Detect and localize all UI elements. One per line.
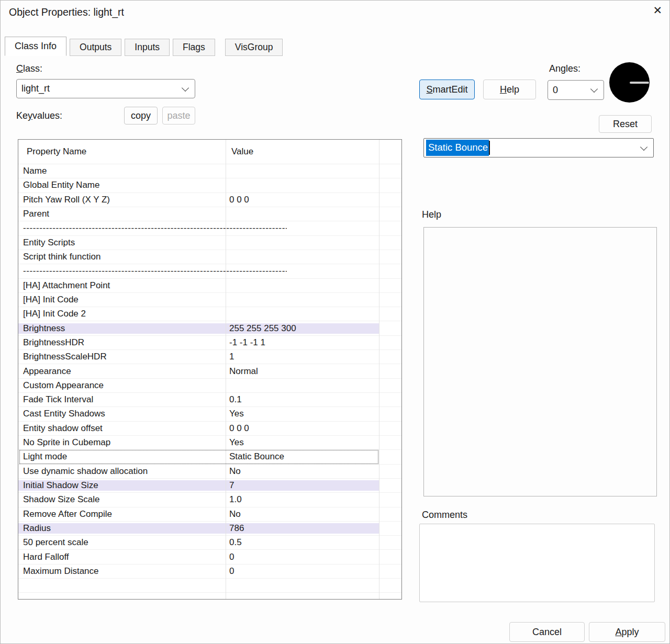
help-button[interactable]: Help bbox=[483, 80, 536, 99]
angles-combobox[interactable]: 0 bbox=[548, 80, 604, 100]
angles-label: Angles: bbox=[549, 63, 580, 74]
paste-button[interactable]: paste bbox=[162, 107, 195, 125]
property-name-cell: Remove After Compile bbox=[18, 509, 226, 519]
table-row[interactable]: Script think function bbox=[18, 250, 401, 264]
property-value-cell: 786 bbox=[226, 523, 379, 534]
close-icon[interactable]: ✕ bbox=[653, 4, 662, 17]
property-name-cell: Entity shadow offset bbox=[18, 423, 226, 434]
table-row[interactable]: [HA] Attachment Point bbox=[18, 279, 401, 293]
property-name-cell: BrightnessHDR bbox=[18, 337, 226, 348]
table-rows: Name Global Entity Name Pitch Yaw Roll (… bbox=[18, 164, 401, 593]
table-row[interactable]: Global Entity Name bbox=[18, 178, 401, 193]
table-row[interactable]: ----------------------------------------… bbox=[18, 264, 401, 278]
reset-button[interactable]: Reset bbox=[599, 115, 652, 133]
table-row[interactable]: BrightnessHDR -1 -1 -1 1 bbox=[18, 336, 401, 350]
table-row[interactable]: Fade Tick Interval 0.1 bbox=[18, 393, 401, 407]
property-value-cell: Yes bbox=[226, 437, 379, 448]
property-name-cell: Brightness bbox=[18, 323, 226, 334]
smartedit-button[interactable]: SmartEdit bbox=[419, 80, 475, 99]
property-value-cell: 0 0 0 bbox=[226, 423, 379, 434]
tab-inputs[interactable]: Inputs bbox=[125, 39, 170, 56]
table-row[interactable]: [HA] Init Code 2 bbox=[18, 307, 401, 321]
property-value-cell: 1 bbox=[226, 352, 379, 362]
table-row[interactable]: Cast Entity Shadows Yes bbox=[18, 407, 401, 421]
property-value-cell: Yes bbox=[226, 409, 379, 419]
table-header: Property Name Value bbox=[18, 140, 401, 164]
table-row[interactable]: [HA] Init Code bbox=[18, 293, 401, 307]
table-row[interactable]: Shadow Size Scale 1.0 bbox=[18, 493, 401, 507]
apply-button[interactable]: Apply bbox=[589, 622, 665, 642]
table-row[interactable]: 50 percent scale 0.5 bbox=[18, 536, 401, 550]
table-row[interactable]: Custom Appearance bbox=[18, 379, 401, 393]
keyvalues-table: Property Name Value Name Global Entity N… bbox=[18, 139, 402, 600]
property-value-cell: No bbox=[226, 466, 379, 477]
property-name-cell: Appearance bbox=[18, 366, 226, 377]
table-row[interactable]: Name bbox=[18, 164, 401, 178]
comments-panel-label: Comments bbox=[422, 510, 467, 521]
property-name-cell: Global Entity Name bbox=[18, 180, 226, 190]
light-mode-combobox[interactable]: Static Bounce bbox=[423, 138, 654, 157]
table-row[interactable]: Remove After Compile No bbox=[18, 507, 401, 522]
property-name-cell: Initial Shadow Size bbox=[18, 480, 226, 491]
table-row[interactable]: Initial Shadow Size 7 bbox=[18, 479, 401, 493]
table-row[interactable]: ----------------------------------------… bbox=[18, 221, 401, 235]
property-name-cell: Fade Tick Interval bbox=[18, 394, 226, 405]
chevron-down-icon bbox=[590, 85, 598, 93]
tab-flags[interactable]: Flags bbox=[173, 39, 215, 56]
empty-row bbox=[18, 579, 401, 593]
table-row[interactable]: Entity shadow offset 0 0 0 bbox=[18, 422, 401, 436]
class-label: Class: bbox=[16, 63, 42, 74]
help-panel-label: Help bbox=[422, 209, 441, 220]
cancel-button[interactable]: Cancel bbox=[509, 622, 585, 642]
class-combobox[interactable]: light_rt bbox=[16, 79, 195, 98]
property-value-cell: No bbox=[226, 509, 379, 519]
property-value-cell: 0.5 bbox=[226, 537, 379, 548]
table-row[interactable]: Appearance Normal bbox=[18, 364, 401, 378]
table-row[interactable]: Pitch Yaw Roll (X Y Z) 0 0 0 bbox=[18, 193, 401, 207]
chevron-down-icon bbox=[182, 84, 189, 91]
property-name-cell: [HA] Init Code bbox=[18, 295, 226, 305]
property-name-cell: Script think function bbox=[18, 252, 226, 262]
table-row[interactable]: Hard Falloff 0 bbox=[18, 550, 401, 564]
property-value-cell: 255 255 255 300 bbox=[226, 323, 379, 334]
keyvalues-label: Keyvalues: bbox=[16, 110, 62, 121]
tab-outputs[interactable]: Outputs bbox=[70, 39, 121, 56]
property-name-cell: Radius bbox=[18, 523, 226, 534]
property-name-cell: Cast Entity Shadows bbox=[18, 409, 226, 419]
property-name-cell: ----------------------------------------… bbox=[18, 223, 287, 233]
property-name-cell: No Sprite in Cubemap bbox=[18, 437, 226, 448]
property-name-cell: Custom Appearance bbox=[18, 380, 226, 391]
property-name-cell: ----------------------------------------… bbox=[18, 266, 287, 276]
table-row[interactable]: No Sprite in Cubemap Yes bbox=[18, 436, 401, 450]
comments-input[interactable] bbox=[419, 524, 655, 602]
table-row[interactable]: Brightness 255 255 255 300 bbox=[18, 321, 401, 335]
table-row[interactable]: Entity Scripts bbox=[18, 236, 401, 250]
help-panel bbox=[423, 227, 657, 496]
table-row[interactable]: Parent bbox=[18, 207, 401, 221]
property-name-cell: [HA] Attachment Point bbox=[18, 280, 226, 291]
angles-combobox-value: 0 bbox=[548, 85, 558, 96]
chevron-down-icon bbox=[640, 143, 647, 150]
object-properties-dialog: Object Properties: light_rt ✕ Class Info… bbox=[0, 0, 670, 644]
copy-button[interactable]: copy bbox=[124, 107, 158, 125]
tab-visgroup[interactable]: VisGroup bbox=[225, 39, 283, 56]
property-name-cell: Entity Scripts bbox=[18, 238, 226, 248]
table-row[interactable]: Radius 786 bbox=[18, 522, 401, 536]
column-divider bbox=[226, 140, 226, 599]
column-header-value: Value bbox=[226, 146, 253, 157]
tab-class-info[interactable]: Class Info bbox=[5, 37, 66, 56]
property-name-cell: Name bbox=[18, 166, 226, 176]
property-value-cell: Static Bounce bbox=[226, 451, 379, 462]
property-name-cell: Hard Falloff bbox=[18, 552, 226, 562]
property-name-cell: Maximum Distance bbox=[18, 566, 226, 577]
table-row[interactable]: Maximum Distance 0 bbox=[18, 564, 401, 579]
table-row[interactable]: Use dynamic shadow allocation No bbox=[18, 465, 401, 479]
property-name-cell: 50 percent scale bbox=[18, 537, 226, 548]
table-row[interactable]: BrightnessScaleHDR 1 bbox=[18, 350, 401, 364]
angle-dial[interactable] bbox=[609, 62, 650, 103]
angle-dial-pointer bbox=[630, 82, 649, 84]
property-name-cell: Pitch Yaw Roll (X Y Z) bbox=[18, 195, 226, 205]
property-value-cell: 7 bbox=[226, 480, 379, 491]
table-row[interactable]: Light mode Static Bounce bbox=[18, 450, 401, 464]
text-caret bbox=[489, 141, 490, 155]
